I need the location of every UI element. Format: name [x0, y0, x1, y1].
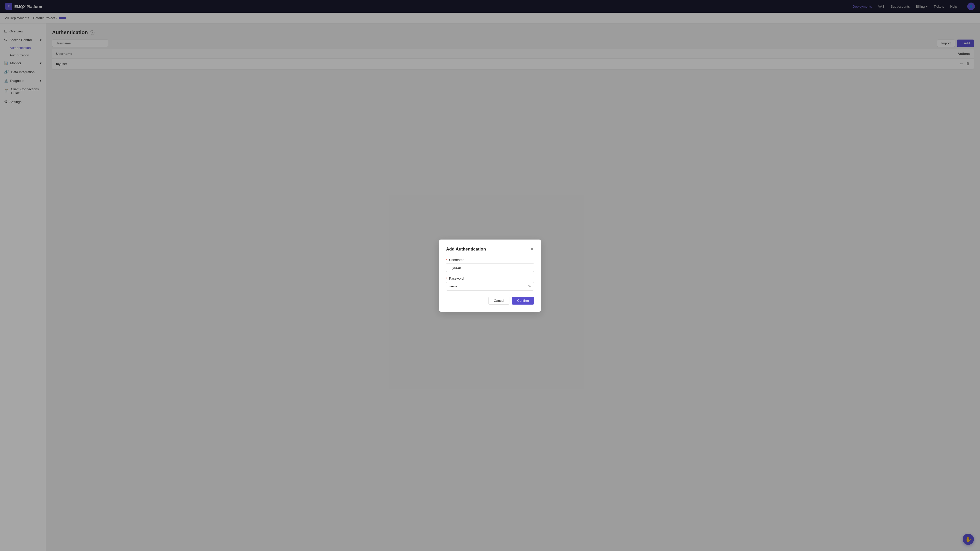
username-input[interactable]	[446, 263, 534, 272]
confirm-button[interactable]: Confirm	[512, 297, 534, 305]
modal-add-authentication: Add Authentication ✕ * Username * Passwo…	[439, 240, 541, 312]
modal-footer: Cancel Confirm	[446, 297, 534, 305]
modal-title: Add Authentication	[446, 247, 486, 252]
password-wrap: 👁	[446, 282, 534, 291]
modal-header: Add Authentication ✕	[446, 247, 534, 252]
password-label: * Password	[446, 276, 534, 280]
modal-overlay[interactable]: Add Authentication ✕ * Username * Passwo…	[0, 0, 980, 551]
username-required-star: *	[446, 258, 447, 262]
cancel-button[interactable]: Cancel	[488, 297, 509, 305]
modal-close-button[interactable]: ✕	[530, 247, 534, 251]
password-form-group: * Password 👁	[446, 276, 534, 291]
username-form-group: * Username	[446, 258, 534, 272]
password-toggle-icon[interactable]: 👁	[528, 284, 531, 288]
username-label: * Username	[446, 258, 534, 262]
password-input[interactable]	[446, 282, 534, 291]
password-required-star: *	[446, 276, 447, 280]
